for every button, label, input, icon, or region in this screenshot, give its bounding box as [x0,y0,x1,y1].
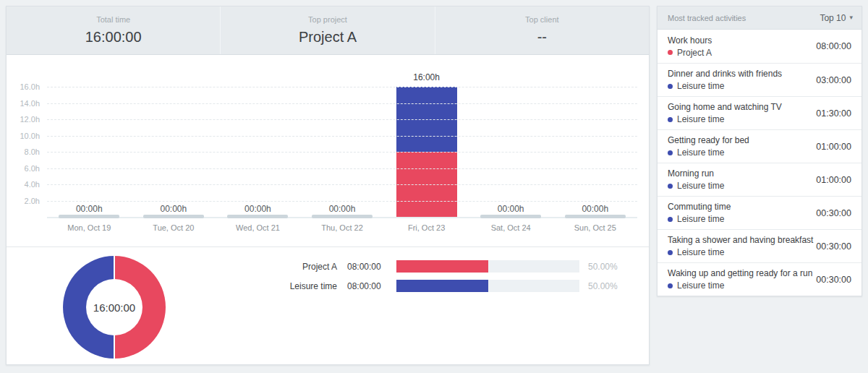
most-tracked-activities-title: Most tracked activities [668,14,746,22]
bar-value-label: 16:00h [370,72,483,82]
project-color-dot [668,84,673,89]
gridline [47,152,637,153]
summary-cell-top-client: Top client-- [435,7,649,54]
activity-info: Waking up and getting ready for a runLei… [668,268,810,291]
gridline [47,168,637,169]
chart-column: 00:00hTue, Oct 20 [132,55,216,246]
y-axis-tick-label: 4.0h [7,180,40,189]
project-color-dot [668,250,673,255]
activity-info: Going home and watching TVLeisure time [668,102,782,124]
chevron-down-icon: ▾ [849,14,853,21]
activity-row: Commuting timeLeisure time00:30:00 [658,196,861,229]
y-axis-tick-label: 16.0h [7,82,40,91]
activity-duration: 00:30:00 [816,208,851,218]
gridline [47,201,637,202]
activity-project-name: Leisure time [677,114,724,124]
legend-progress-track [396,280,579,292]
activity-project-name: Leisure time [677,280,724,291]
activity-project: Leisure time [668,114,782,124]
chart-column: 00:00hMon, Oct 19 [47,55,132,246]
summary-label: Total time [96,15,130,24]
y-axis-tick-label: 6.0h [7,164,40,173]
legend-percent: 50.00% [588,281,618,291]
legend-time-value: 08:00:00 [347,262,389,272]
activity-row: Going home and watching TVLeisure time01… [658,96,861,129]
activity-row: Work hoursProject A08:00:00 [658,30,861,63]
gridline [47,184,637,185]
top-n-dropdown[interactable]: Top 10 ▾ [820,13,853,23]
activity-project: Leisure time [668,81,782,91]
bar-value-label: 00:00h [538,204,652,214]
activity-title: Getting ready for bed [668,135,749,145]
activity-row: Taking a shower and having breakfastLeis… [658,229,861,262]
chart-column: 00:00hWed, Oct 21 [216,55,300,246]
legend-row: Leisure time08:00:0050.00% [276,280,618,292]
legend-project-name: Leisure time [276,281,337,291]
activity-duration: 08:00:00 [816,41,851,51]
activity-info: Taking a shower and having breakfastLeis… [668,235,810,257]
activity-project-name: Leisure time [677,81,724,91]
activity-info: Dinner and drinks with friendsLeisure ti… [668,69,782,91]
activity-project: Leisure time [668,214,731,224]
activity-row: Waking up and getting ready for a runLei… [658,262,861,296]
activity-title: Going home and watching TV [668,102,782,112]
project-color-dot [668,217,673,222]
weekly-bar-chart: 00:00hMon, Oct 1900:00hTue, Oct 2000:00h… [7,55,649,247]
activity-info: Morning runLeisure time [668,168,724,191]
activity-duration: 01:00:00 [816,175,851,185]
summary-label: Top client [525,15,558,24]
activity-title: Work hours [668,35,712,46]
y-axis-tick-label: 14.0h [7,99,40,108]
activity-title: Waking up and getting ready for a run [668,268,810,278]
chart-column: 00:00hSun, Oct 25 [553,55,637,246]
activity-title: Morning run [668,168,724,179]
activity-project: Leisure time [668,147,749,158]
summary-label: Top project [308,15,347,24]
legend-time-value: 08:00:00 [347,281,389,291]
activity-info: Commuting timeLeisure time [668,202,731,224]
report-card: Total time16:00:00Top projectProject ATo… [6,6,650,365]
activity-row: Getting ready for bedLeisure time01:00:0… [658,129,861,163]
most-tracked-activities-header: Most tracked activities Top 10 ▾ [658,7,861,30]
activity-title: Taking a shower and having breakfast [668,235,810,245]
summary-value: Project A [299,29,357,46]
activity-duration: 00:30:00 [816,275,851,285]
summary-value: 16:00:00 [85,29,142,46]
summary-cell-total-time: Total time16:00:00 [7,7,221,54]
gridline [47,119,637,120]
chart-column: 00:00hSat, Oct 24 [469,55,553,246]
project-color-dot [668,283,673,288]
bar-value-label: 00:00h [286,204,399,214]
activity-duration: 01:00:00 [816,142,851,152]
zero-value-bar [480,215,541,218]
gridline [47,103,637,104]
zero-value-bar [312,215,373,218]
y-axis-tick-label: 10.0h [7,132,40,140]
legend-percent: 50.00% [588,262,618,272]
legend-project-name: Project A [276,262,337,272]
activity-project-name: Project A [677,48,712,58]
zero-value-bar [565,215,626,218]
zero-value-bar [59,215,119,218]
donut-center-total: 16:00:00 [86,279,142,335]
bar-chart-plot-area: 00:00hMon, Oct 1900:00hTue, Oct 2000:00h… [47,55,637,246]
summary-cell-top-project: Top projectProject A [221,7,435,54]
activity-duration: 00:30:00 [816,241,851,252]
time-tracking-report-page: Total time16:00:00Top projectProject ATo… [0,0,868,373]
top-n-dropdown-label: Top 10 [820,13,846,23]
legend-progress-track [396,260,579,273]
activity-project-name: Leisure time [677,214,724,224]
summary-strip: Total time16:00:00Top projectProject ATo… [7,7,649,55]
activity-duration: 01:30:00 [816,108,851,119]
activity-project: Leisure time [668,247,810,257]
activity-list: Work hoursProject A08:00:00Dinner and dr… [658,30,861,296]
activity-duration: 03:00:00 [816,75,851,85]
breakdown-section: 16:00:00 Project A08:00:0050.00%Leisure … [7,247,649,366]
project-color-dot [668,184,673,189]
activity-project-name: Leisure time [677,147,724,158]
zero-value-bar [227,215,288,218]
time-breakdown-donut-chart[interactable]: 16:00:00 [63,256,166,359]
y-axis-tick-label: 2.0h [7,197,40,205]
gridline [47,136,637,137]
project-color-dot [668,117,673,122]
